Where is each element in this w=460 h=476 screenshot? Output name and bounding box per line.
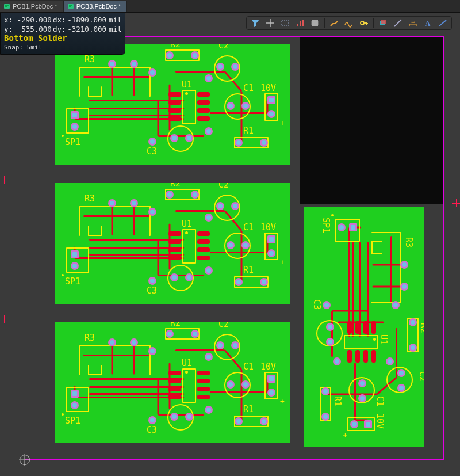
pad — [216, 63, 224, 71]
ic-pad — [197, 371, 210, 375]
measure-icon[interactable] — [391, 17, 405, 29]
pad — [227, 102, 235, 110]
select-rect-icon[interactable] — [278, 17, 292, 29]
empty-pcb-area — [300, 37, 443, 204]
des-c3: C3 — [147, 146, 157, 157]
svg-text:A: A — [425, 19, 431, 28]
x-value: -290.000 — [14, 16, 52, 25]
pad — [267, 249, 275, 257]
layer-icon[interactable] — [376, 17, 390, 29]
pad — [170, 134, 178, 142]
des-c2: C2 — [218, 322, 229, 329]
pcb-canvas[interactable]: U1R3SP1R2C2C1C310V+R1U1R3SP1R2C2C1C310V+… — [0, 13, 460, 476]
dimension-icon[interactable]: 10 — [406, 17, 420, 29]
pad — [267, 235, 275, 243]
ic-pad — [347, 321, 352, 334]
line-icon[interactable] — [436, 17, 450, 29]
r3-notch — [88, 365, 102, 375]
ic-outline — [182, 368, 196, 403]
ic-pad — [168, 100, 181, 105]
pad — [148, 138, 156, 146]
copper-trace — [75, 118, 184, 120]
cut-mark — [296, 469, 304, 476]
pin1-dot — [185, 92, 188, 95]
des-c2: C2 — [218, 183, 229, 190]
dx-label: dx: — [53, 16, 66, 25]
svg-rect-8 — [300, 21, 301, 26]
pad — [241, 241, 250, 249]
filter-icon[interactable] — [248, 17, 262, 29]
ic-pad — [355, 321, 360, 334]
pad — [231, 341, 239, 349]
pad — [148, 68, 156, 77]
pad — [148, 208, 156, 216]
tab-pcb3[interactable]: PCB3.PcbDoc * — [64, 1, 128, 12]
crosshair-icon[interactable] — [263, 17, 277, 29]
svg-rect-2 — [5, 6, 7, 7]
align-icon[interactable] — [293, 17, 307, 29]
tab-pcb1[interactable]: PCB1.PcbDoc * — [0, 1, 64, 12]
pad — [386, 357, 394, 365]
des-c3: C3 — [147, 425, 157, 435]
pad — [267, 96, 275, 104]
pad — [166, 51, 174, 59]
pad — [191, 330, 199, 338]
ic-pad — [197, 387, 210, 391]
tab-bar: PCB1.PcbDoc * PCB3.PcbDoc * — [0, 0, 460, 13]
pad — [349, 223, 357, 231]
key-icon[interactable] — [357, 17, 371, 29]
ic-pad — [197, 256, 210, 260]
tab-label: PCB3.PcbDoc * — [76, 3, 121, 10]
ic-pad — [197, 116, 210, 121]
route-icon[interactable] — [327, 17, 341, 29]
cut-mark — [0, 176, 8, 184]
ic-pad — [168, 239, 181, 244]
current-layer: Bottom Solder — [4, 33, 121, 44]
pcb-board[interactable]: U1R3SP1R2C2C1C310V+R1 — [55, 183, 290, 304]
pad — [326, 338, 334, 346]
pin1-dot — [373, 338, 376, 341]
pad — [71, 401, 79, 409]
pad — [191, 191, 199, 199]
fiducial — [62, 135, 64, 137]
des-sp1: SP1 — [321, 218, 331, 233]
pad — [71, 262, 79, 270]
pad — [235, 139, 243, 147]
pad — [350, 420, 358, 428]
pad — [205, 127, 213, 135]
pad — [227, 241, 235, 249]
pcb-board[interactable]: U1R3SP1R2C2C1C310V+R1 — [55, 322, 290, 443]
ic-outline — [344, 335, 378, 349]
snap-setting: Snap: 5mil — [4, 44, 121, 52]
ic-pad — [197, 100, 210, 105]
ic-icon[interactable] — [308, 17, 322, 29]
pad — [267, 375, 275, 383]
r3-notch — [88, 86, 102, 97]
des-sp1: SP1 — [65, 276, 80, 287]
wave-icon[interactable] — [342, 17, 356, 29]
des-r1: R1 — [243, 125, 254, 136]
ic-pad — [168, 256, 181, 260]
text-icon[interactable]: A — [421, 17, 435, 29]
unit: mil — [108, 25, 121, 34]
pad — [241, 380, 250, 389]
pin1-dot — [185, 371, 188, 374]
pad — [205, 406, 213, 414]
pcb-board[interactable]: U1R3SP1R2C2C1C310V+R1 — [304, 207, 424, 447]
pad — [205, 266, 213, 275]
pad — [191, 51, 199, 59]
pcb-board[interactable]: U1R3SP1R2C2C1C310V+R1 — [55, 44, 290, 165]
des-r3: R3 — [85, 333, 95, 343]
des-c1: C1 — [243, 83, 254, 93]
fiducial — [62, 413, 64, 416]
ic-pad — [363, 321, 368, 334]
pad — [397, 369, 405, 377]
copper-trace — [75, 257, 184, 259]
ic-pad — [197, 108, 210, 113]
pad — [333, 357, 341, 365]
svg-rect-10 — [312, 20, 318, 26]
copper-trace — [338, 322, 384, 323]
ic-pad — [197, 379, 210, 383]
pad — [205, 74, 213, 82]
ic-pad — [197, 247, 210, 252]
